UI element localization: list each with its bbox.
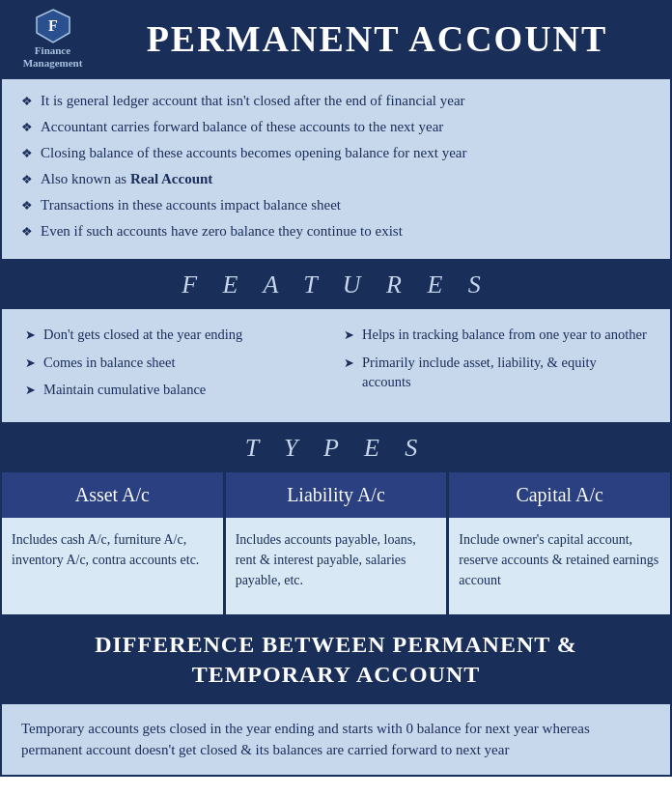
logo-icon: F: [35, 8, 71, 44]
bullet-item-4: ❖ Also known as Real Account: [21, 169, 651, 189]
page-header: F FinanceManagement PERMANENT ACCOUNT: [0, 0, 672, 77]
feature-left-2: ➤ Comes in balance sheet: [25, 353, 328, 372]
logo-area: F FinanceManagement: [12, 8, 94, 70]
bullet-item-2: ❖ Accountant carries forward balance of …: [21, 117, 651, 137]
feature-right-text-2: Primarily include asset, liability, & eq…: [362, 353, 647, 392]
bullet-text-6: Even if such accounts have zero balance …: [41, 221, 403, 242]
capital-header: Capital A/c: [449, 472, 670, 518]
types-section: Asset A/c Includes cash A/c, furniture A…: [0, 472, 672, 616]
page-title: PERMANENT ACCOUNT: [94, 17, 660, 60]
diamond-icon-5: ❖: [21, 197, 33, 214]
bullet-item-5: ❖ Transactions in these accounts impact …: [21, 195, 651, 215]
bullet-text-2: Accountant carries forward balance of th…: [41, 117, 443, 137]
bullet-text-3: Closing balance of these accounts become…: [41, 143, 467, 163]
bullet-text-5: Transactions in these accounts impact ba…: [41, 195, 341, 215]
diamond-icon-2: ❖: [21, 119, 33, 136]
liability-column: Liability A/c Includes accounts payable,…: [226, 472, 447, 614]
diamond-icon-3: ❖: [21, 145, 33, 162]
features-right-col: ➤ Helps in tracking balance from one yea…: [336, 321, 655, 411]
types-header: T Y P E S: [0, 424, 672, 472]
arrow-icon-4: ➤: [344, 327, 354, 344]
diamond-icon-6: ❖: [21, 223, 33, 241]
diamond-icon-4: ❖: [21, 171, 33, 188]
arrow-icon-2: ➤: [25, 355, 36, 372]
intro-section: ❖ It is general ledger account that isn'…: [0, 77, 672, 261]
asset-header: Asset A/c: [2, 472, 223, 518]
asset-column: Asset A/c Includes cash A/c, furniture A…: [2, 472, 223, 614]
bullet-text-1: It is general ledger account that isn't …: [41, 91, 465, 111]
real-account-bold: Real Account: [130, 171, 212, 186]
bullet-item-6: ❖ Even if such accounts have zero balanc…: [21, 221, 651, 242]
bullet-item-1: ❖ It is general ledger account that isn'…: [21, 91, 651, 111]
features-right-list: ➤ Helps in tracking balance from one yea…: [344, 325, 647, 391]
arrow-icon-1: ➤: [25, 327, 36, 344]
feature-left-text-2: Comes in balance sheet: [43, 353, 176, 372]
svg-text:F: F: [48, 17, 58, 34]
bullet-list: ❖ It is general ledger account that isn'…: [21, 91, 651, 242]
features-header: F E A T U R E S: [0, 261, 672, 309]
liability-header: Liability A/c: [226, 472, 447, 518]
difference-body: Temporary accounts gets closed in the ye…: [0, 704, 672, 777]
bullet-text-4: Also known as Real Account: [41, 169, 212, 189]
feature-left-text-1: Don't gets closed at the year ending: [43, 325, 242, 344]
feature-right-1: ➤ Helps in tracking balance from one yea…: [344, 325, 647, 344]
capital-column: Capital A/c Include owner's capital acco…: [449, 472, 670, 614]
arrow-icon-3: ➤: [25, 382, 36, 399]
feature-left-3: ➤ Maintain cumulative balance: [25, 380, 328, 399]
features-left-list: ➤ Don't gets closed at the year ending ➤…: [25, 325, 328, 399]
capital-body: Include owner's capital account, reserve…: [449, 518, 670, 614]
bullet-item-3: ❖ Closing balance of these accounts beco…: [21, 143, 651, 163]
diamond-icon-1: ❖: [21, 93, 33, 110]
liability-body: Includes accounts payable, loans, rent &…: [226, 518, 447, 614]
difference-header: DIFFERENCE BETWEEN PERMANENT &TEMPORARY …: [0, 616, 672, 703]
feature-left-1: ➤ Don't gets closed at the year ending: [25, 325, 328, 344]
asset-body: Includes cash A/c, furniture A/c, invent…: [2, 518, 223, 614]
features-left-col: ➤ Don't gets closed at the year ending ➤…: [17, 321, 336, 411]
arrow-icon-5: ➤: [344, 355, 354, 372]
logo-text: FinanceManagement: [23, 44, 83, 70]
feature-right-2: ➤ Primarily include asset, liability, & …: [344, 353, 647, 392]
features-section: ➤ Don't gets closed at the year ending ➤…: [0, 309, 672, 424]
feature-right-text-1: Helps in tracking balance from one year …: [362, 325, 647, 344]
feature-left-text-3: Maintain cumulative balance: [43, 380, 206, 399]
